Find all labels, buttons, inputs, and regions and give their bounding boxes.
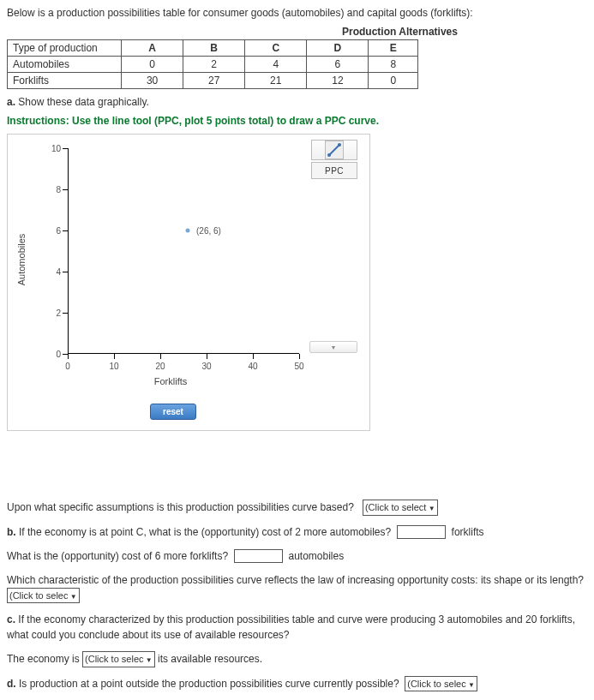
y-tick-label: 0 xyxy=(42,350,61,359)
plot-area[interactable]: Automobiles 0 2 4 6 8 10 0 10 20 30 40 5… xyxy=(42,148,299,371)
shape-select[interactable]: (Click to selec xyxy=(7,588,80,604)
x-tick xyxy=(160,354,161,359)
outside-select[interactable]: (Click to selec xyxy=(405,676,477,692)
svg-line-0 xyxy=(329,145,339,155)
cost-automobiles-input[interactable] xyxy=(397,525,446,539)
col-A: A xyxy=(122,40,183,57)
cell: 30 xyxy=(122,73,183,89)
cell: 27 xyxy=(183,73,245,89)
question-b2-unit: automobiles xyxy=(288,550,344,562)
line-tool-icon xyxy=(325,141,344,159)
assumptions-question: Upon what specific assumptions is this p… xyxy=(7,500,587,516)
x-tick-label: 30 xyxy=(201,362,211,371)
cell: 6 xyxy=(307,57,369,73)
question-b2: What is the (opportunity) cost of 6 more… xyxy=(7,548,587,564)
question-b: b. If the economy is at point C, what is… xyxy=(7,524,587,540)
y-tick-label: 10 xyxy=(42,144,61,153)
y-tick xyxy=(63,272,68,272)
x-tick xyxy=(68,354,69,359)
intro-text: Below is a production possibilities tabl… xyxy=(7,7,587,19)
question-d: d. Is production at a point outside the … xyxy=(7,676,587,692)
x-tick-label: 40 xyxy=(248,362,257,371)
cell: 8 xyxy=(369,57,418,73)
col-E: E xyxy=(369,40,418,57)
x-tick xyxy=(114,354,115,359)
legend-ppc-label: PPC xyxy=(311,162,357,179)
question-c-answer: The economy is (Click to selec its avail… xyxy=(7,651,587,667)
row-header-label: Type of production xyxy=(8,40,122,57)
x-tick-label: 50 xyxy=(294,362,303,371)
resources-select[interactable]: (Click to selec xyxy=(82,651,155,667)
x-tick xyxy=(207,354,207,359)
shape-question: Which characteristic of the production p… xyxy=(7,572,587,604)
question-a-prefix: a. xyxy=(7,96,15,108)
y-tick-label: 4 xyxy=(42,267,61,277)
question-c-prefix: c. xyxy=(7,613,15,625)
cell: 0 xyxy=(122,57,183,73)
question-a-text: Show these data graphically. xyxy=(15,96,149,108)
y-tick xyxy=(63,189,68,190)
col-C: C xyxy=(245,40,307,57)
reset-button[interactable]: reset xyxy=(150,404,196,420)
question-d-prefix: d. xyxy=(7,678,16,690)
y-axis-label: Automobiles xyxy=(16,234,27,286)
data-point-label: (26, 6) xyxy=(196,226,221,236)
x-tick-label: 20 xyxy=(155,362,165,371)
c-answer-pre: The economy is xyxy=(7,653,82,665)
col-D: D xyxy=(307,40,369,57)
data-point[interactable] xyxy=(186,229,190,233)
legend-scroll-down-icon[interactable] xyxy=(309,341,357,353)
question-c-text: If the economy characterized by this pro… xyxy=(7,613,575,641)
shape-question-text: Which characteristic of the production p… xyxy=(7,574,584,586)
table-title: Production Alternatives xyxy=(213,26,587,38)
assumptions-select[interactable]: (Click to select xyxy=(363,500,438,516)
y-tick xyxy=(63,230,68,231)
question-c: c. If the economy characterized by this … xyxy=(7,612,587,643)
x-tick-label: 0 xyxy=(65,362,70,371)
table-row: Forklifts 30 27 21 12 0 xyxy=(8,73,418,89)
line-tool-button[interactable] xyxy=(311,140,357,160)
production-table: Type of production A B C D E Automobiles… xyxy=(7,39,418,89)
y-tick-label: 2 xyxy=(42,308,61,318)
assumptions-text: Upon what specific assumptions is this p… xyxy=(7,501,354,513)
y-axis xyxy=(68,148,69,354)
cell: 21 xyxy=(245,73,307,89)
instructions-text: Instructions: Use the line tool (PPC, pl… xyxy=(7,115,587,127)
question-b-text: If the economy is at point C, what is th… xyxy=(16,526,392,538)
y-tick-label: 8 xyxy=(42,185,61,194)
question-b2-text: What is the (opportunity) cost of 6 more… xyxy=(7,550,228,562)
row-label: Forklifts xyxy=(8,73,122,89)
chart-container: PPC Automobiles 0 2 4 6 8 10 0 10 20 30 … xyxy=(7,134,370,431)
y-tick-label: 6 xyxy=(42,226,61,236)
question-b-prefix: b. xyxy=(7,526,16,538)
question-a: a. Show these data graphically. xyxy=(7,96,587,108)
col-B: B xyxy=(183,40,245,57)
x-tick-label: 10 xyxy=(109,362,118,371)
row-label: Automobiles xyxy=(8,57,122,73)
x-tick xyxy=(299,354,300,359)
svg-point-2 xyxy=(338,143,341,147)
tool-legend: PPC xyxy=(311,140,357,179)
x-axis xyxy=(68,353,299,354)
y-tick xyxy=(63,313,68,314)
svg-point-1 xyxy=(327,153,331,157)
x-axis-label: Forklifts xyxy=(42,376,299,386)
cell: 4 xyxy=(245,57,307,73)
y-tick xyxy=(63,148,68,149)
cost-forklifts-input[interactable] xyxy=(234,549,283,563)
cell: 12 xyxy=(307,73,369,89)
cell: 0 xyxy=(369,73,418,89)
table-row: Automobiles 0 2 4 6 8 xyxy=(8,57,418,73)
cell: 2 xyxy=(183,57,245,73)
question-d-text: Is production at a point outside the pro… xyxy=(16,678,399,690)
question-b-unit: forklifts xyxy=(452,526,484,538)
x-tick xyxy=(253,354,254,359)
c-answer-post: its available resources. xyxy=(158,653,262,665)
